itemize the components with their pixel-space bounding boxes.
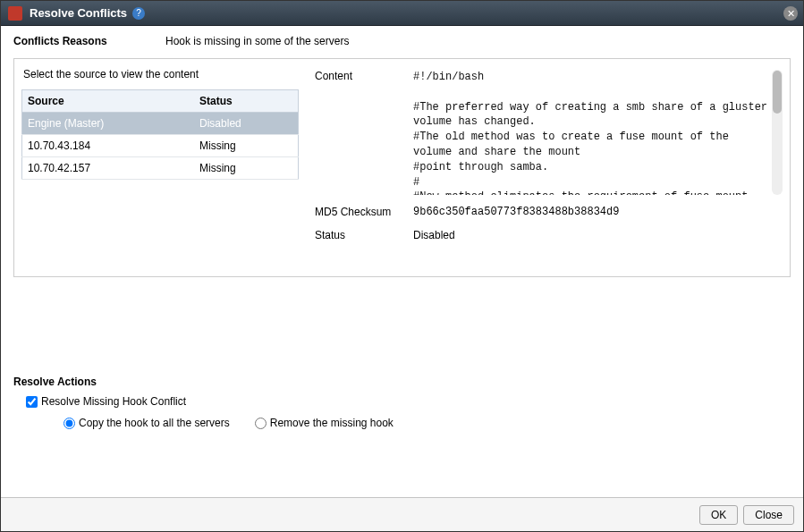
- radio-copy-label: Copy the hook to all the servers: [79, 417, 230, 429]
- md5-value: 9b66c350faa50773f8383488b38834d9: [413, 206, 783, 218]
- radio-remove[interactable]: [255, 418, 267, 429]
- conflict-reasons-row: Conflicts Reasons Hook is missing in som…: [13, 35, 791, 47]
- col-header-source[interactable]: Source: [22, 90, 195, 113]
- dialog-title: Resolve Conflicts: [30, 6, 127, 20]
- source-column: Select the source to view the content So…: [21, 66, 299, 269]
- col-header-status[interactable]: Status: [194, 90, 298, 113]
- source-cell: 10.70.43.184: [22, 135, 195, 157]
- select-source-hint: Select the source to view the content: [21, 66, 299, 84]
- radio-copy-row[interactable]: Copy the hook to all the servers: [63, 417, 230, 429]
- resolve-missing-hook-checkbox-row[interactable]: Resolve Missing Hook Conflict: [26, 395, 791, 408]
- resolve-radio-group: Copy the hook to all the servers Remove …: [63, 417, 791, 429]
- content-label: Content: [315, 70, 413, 195]
- dialog-footer: OK Close: [1, 497, 803, 531]
- md5-label: MD5 Checksum: [315, 206, 413, 218]
- content-text[interactable]: #!/bin/bash #The preferred way of creati…: [413, 70, 783, 195]
- table-row[interactable]: Engine (Master)Disabled: [22, 113, 299, 135]
- conflict-reasons-label: Conflicts Reasons: [13, 35, 165, 47]
- close-button[interactable]: Close: [743, 505, 794, 525]
- content-scrollbar-thumb[interactable]: [773, 71, 782, 114]
- conflict-reasons-text: Hook is missing in some of the servers: [165, 35, 349, 47]
- resolve-missing-hook-checkbox[interactable]: [26, 396, 38, 408]
- source-content-panel: Select the source to view the content So…: [13, 58, 791, 277]
- resolve-missing-hook-label: Resolve Missing Hook Conflict: [41, 395, 186, 408]
- status-value: Disabled: [413, 229, 783, 241]
- app-icon: [8, 6, 22, 21]
- status-cell: Missing: [194, 135, 298, 157]
- radio-copy[interactable]: [63, 418, 75, 429]
- detail-column: Content #!/bin/bash #The preferred way o…: [315, 66, 783, 269]
- table-row[interactable]: 10.70.43.184Missing: [22, 135, 299, 157]
- help-icon[interactable]: ?: [132, 7, 145, 20]
- source-table: Source Status Engine (Master)Disabled10.…: [21, 89, 299, 180]
- radio-remove-label: Remove the missing hook: [270, 417, 394, 429]
- ok-button[interactable]: OK: [699, 505, 738, 525]
- dialog-body: Conflicts Reasons Hook is missing in som…: [1, 26, 803, 497]
- status-cell: Missing: [194, 157, 298, 180]
- status-label: Status: [315, 229, 413, 241]
- resolve-actions-section: Resolve Actions Resolve Missing Hook Con…: [13, 376, 791, 429]
- resolve-actions-title: Resolve Actions: [13, 376, 791, 388]
- radio-remove-row[interactable]: Remove the missing hook: [255, 417, 394, 429]
- dialog-titlebar: Resolve Conflicts ? ✕: [1, 1, 803, 26]
- close-icon[interactable]: ✕: [783, 6, 798, 21]
- source-cell: 10.70.42.157: [22, 157, 195, 180]
- content-scrollbar[interactable]: [772, 70, 783, 195]
- source-cell: Engine (Master): [22, 113, 195, 135]
- status-cell: Disabled: [194, 113, 298, 135]
- table-row[interactable]: 10.70.42.157Missing: [22, 157, 299, 180]
